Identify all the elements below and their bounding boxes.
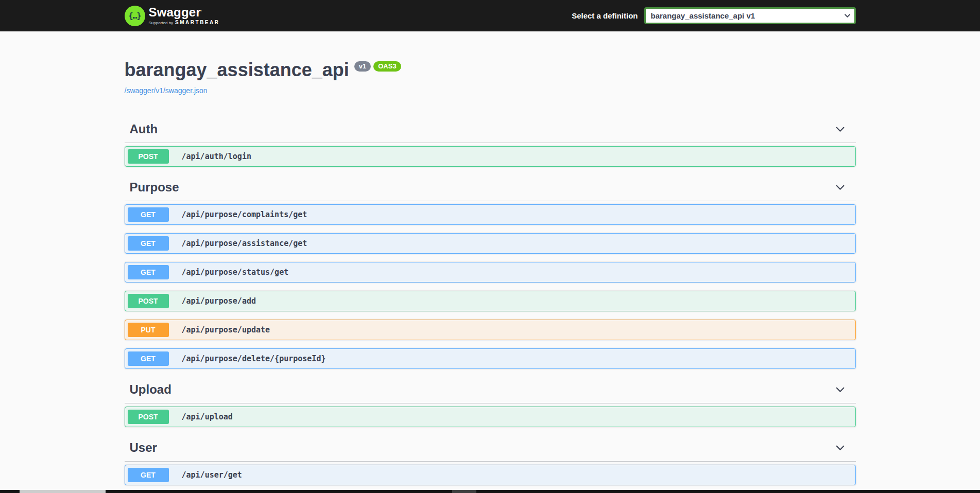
swagger-logo-text: Swagger.	[149, 6, 220, 19]
swagger-ui-main: barangay_assistance_api v1 OAS3 /swagger…	[114, 31, 866, 493]
endpoint-row[interactable]: GET /api/purpose/status/get	[125, 262, 856, 283]
endpoint-row[interactable]: GET /api/purpose/delete/{purposeId}	[125, 348, 856, 369]
tag-name-purpose: Purpose	[130, 181, 179, 193]
tag-header-user[interactable]: User	[125, 435, 856, 462]
method-badge: POST	[128, 410, 169, 424]
tag-section-upload: Upload POST /api/upload	[125, 377, 856, 427]
method-badge: PUT	[128, 323, 169, 337]
method-badge: GET	[128, 236, 169, 251]
swagger-logo-icon: {…}	[125, 6, 145, 26]
endpoint-list: GET /api/purpose/complaints/get GET /api…	[125, 204, 856, 369]
chevron-down-icon[interactable]	[835, 182, 846, 193]
trademark-mark: .	[201, 7, 202, 12]
endpoint-row[interactable]: POST /api/upload	[125, 407, 856, 427]
method-badge: GET	[128, 207, 169, 222]
endpoint-row[interactable]: POST /api/auth/login	[125, 146, 856, 167]
endpoint-list: GET /api/user/get POST	[125, 465, 856, 493]
endpoint-path: /api/purpose/update	[182, 325, 270, 334]
tag-name-user: User	[130, 442, 157, 454]
tag-name-upload: Upload	[130, 383, 171, 396]
endpoint-list: POST /api/auth/login	[125, 146, 856, 167]
tag-header-auth[interactable]: Auth	[125, 117, 856, 143]
method-badge: GET	[128, 265, 169, 279]
endpoint-path: /api/user/get	[182, 470, 242, 480]
oas3-badge: OAS3	[373, 61, 401, 72]
endpoint-path: /api/purpose/delete/{purposeId}	[182, 354, 326, 363]
method-badge: GET	[128, 468, 169, 482]
version-badge: v1	[354, 61, 371, 72]
endpoint-path: /api/auth/login	[182, 152, 251, 161]
endpoint-list: POST /api/upload	[125, 407, 856, 427]
endpoint-path: /api/purpose/complaints/get	[182, 210, 307, 219]
endpoint-path: /api/upload	[182, 412, 233, 421]
method-badge: POST	[128, 294, 169, 308]
api-info: barangay_assistance_api v1 OAS3 /swagger…	[125, 31, 856, 95]
page-title: barangay_assistance_api v1 OAS3	[125, 59, 856, 80]
endpoint-path: /api/purpose/add	[182, 296, 256, 306]
endpoint-path: /api/purpose/assistance/get	[182, 239, 307, 248]
api-title-text: barangay_assistance_api	[125, 59, 349, 80]
taskbar-edge-light-segment	[20, 490, 106, 493]
spec-json-link[interactable]: /swagger/v1/swagger.json	[125, 86, 208, 95]
tag-sections-container: Auth POST /api/auth/login Purpose GET /a…	[125, 117, 856, 493]
endpoint-row[interactable]: PUT /api/purpose/update	[125, 320, 856, 340]
method-badge: GET	[128, 351, 169, 366]
swagger-braces-glyph: {…}	[128, 11, 141, 21]
supported-by-label: Supported by	[149, 21, 174, 25]
endpoint-row[interactable]: GET /api/purpose/assistance/get	[125, 233, 856, 254]
definition-selector: Select a definition barangay_assistance_…	[572, 7, 855, 24]
select-definition-label: Select a definition	[572, 11, 638, 20]
swagger-logo[interactable]: {…} Swagger. Supported by SMARTBEAR	[125, 6, 220, 26]
taskbar-edge	[0, 490, 980, 493]
tag-header-purpose[interactable]: Purpose	[125, 175, 856, 201]
endpoint-row[interactable]: GET /api/user/get	[125, 465, 856, 485]
tag-name-auth: Auth	[130, 123, 158, 135]
endpoint-row[interactable]: GET /api/purpose/complaints/get	[125, 204, 856, 225]
supported-by-line: Supported by SMARTBEAR	[149, 20, 220, 25]
endpoint-path: /api/purpose/status/get	[182, 268, 289, 277]
tag-header-upload[interactable]: Upload	[125, 377, 856, 403]
chevron-down-icon[interactable]	[835, 124, 846, 135]
taskbar-edge-dim-segment	[452, 490, 476, 493]
definition-select[interactable]: barangay_assistance_api v1	[644, 7, 856, 24]
method-badge: POST	[128, 149, 169, 164]
topbar: {…} Swagger. Supported by SMARTBEAR Sele…	[0, 0, 980, 31]
chevron-down-icon[interactable]	[835, 384, 846, 395]
endpoint-row[interactable]: POST /api/purpose/add	[125, 291, 856, 311]
chevron-down-icon[interactable]	[835, 443, 846, 453]
tag-section-user: User GET /api/user/get POST	[125, 435, 856, 493]
smartbear-label: SMARTBEAR	[175, 20, 219, 25]
tag-section-purpose: Purpose GET /api/purpose/complaints/get …	[125, 175, 856, 369]
tag-section-auth: Auth POST /api/auth/login	[125, 117, 856, 167]
